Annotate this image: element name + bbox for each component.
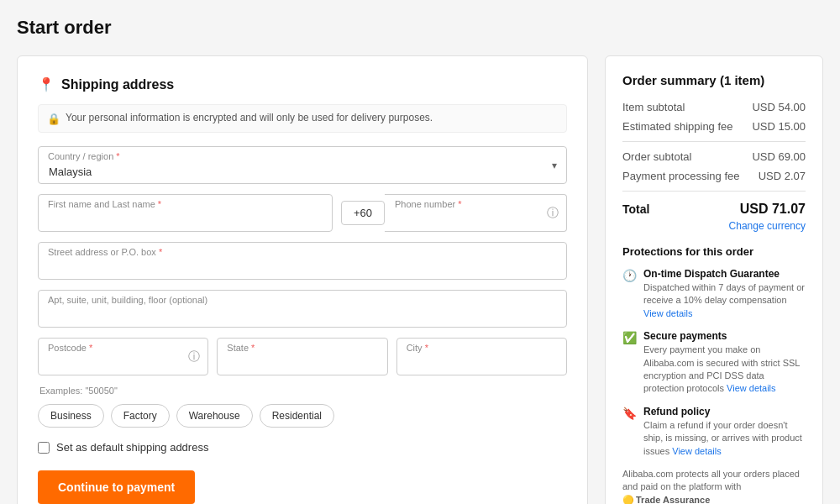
- type-business-btn[interactable]: Business: [38, 404, 104, 428]
- protection-refund-name: Refund policy: [643, 406, 806, 417]
- country-select[interactable]: Country / region * Malaysia ▾: [38, 146, 567, 184]
- protection-dispatch-name: On-time Dispatch Guarantee: [643, 268, 806, 280]
- postcode-help-icon[interactable]: ⓘ: [188, 349, 200, 365]
- street-input[interactable]: [38, 242, 567, 280]
- total-label: Total: [622, 202, 649, 216]
- phone-group: +60 Phone number * ⓘ: [341, 194, 567, 232]
- summary-label-1: Estimated shipping fee: [622, 120, 733, 133]
- phone-field-container: Phone number * ⓘ: [385, 194, 567, 232]
- summary-label-2: Order subtotal: [622, 150, 691, 163]
- secure-view-details[interactable]: View details: [727, 383, 776, 393]
- protection-secure-desc: Every payment you make on Alibaba.com is…: [643, 344, 806, 396]
- summary-label-3: Payment processing fee: [622, 170, 739, 182]
- summary-row-item-subtotal: Item subtotal USD 54.00: [622, 101, 806, 113]
- trade-assurance-badge: 🟡 Trade Assurance: [622, 494, 710, 504]
- trade-note-text: Alibaba.com protects all your orders pla…: [622, 469, 800, 491]
- total-row: Total USD 71.07: [622, 202, 806, 217]
- protection-refund-content: Refund policy Claim a refund if your ord…: [643, 406, 806, 458]
- protection-refund-desc: Claim a refund if your order doesn't shi…: [643, 419, 806, 458]
- state-field-container: State *: [217, 338, 387, 375]
- lock-icon: 🔒: [47, 113, 60, 125]
- apt-field-container: Apt, suite, unit, building, floor (optio…: [38, 290, 567, 328]
- continue-to-payment-button[interactable]: Continue to payment: [38, 470, 195, 504]
- summary-value-1: USD 15.00: [752, 120, 806, 133]
- main-content: 📍 Shipping address 🔒 Your personal infor…: [17, 55, 823, 504]
- order-summary-title: Order summary (1 item): [622, 73, 806, 87]
- phone-input[interactable]: [385, 194, 567, 232]
- street-field-container: Street address or P.O. box *: [38, 242, 567, 280]
- right-panel: Order summary (1 item) Item subtotal USD…: [605, 55, 823, 504]
- protection-refund: 🔖 Refund policy Claim a refund if your o…: [622, 406, 806, 458]
- shipping-section-title: Shipping address: [61, 77, 174, 92]
- protection-secure-content: Secure payments Every payment you make o…: [643, 330, 806, 396]
- trade-badge-text: Trade Assurance: [636, 494, 710, 504]
- type-residential-btn[interactable]: Residential: [260, 404, 334, 428]
- type-warehouse-btn[interactable]: Warehouse: [176, 404, 253, 428]
- summary-value-3: USD 2.07: [759, 170, 806, 182]
- dispatch-view-details[interactable]: View details: [643, 308, 693, 318]
- privacy-text: Your personal information is encrypted a…: [66, 112, 433, 123]
- default-checkbox-label[interactable]: Set as default shipping address: [56, 441, 208, 454]
- page-wrapper: Start order 📍 Shipping address 🔒 Your pe…: [0, 0, 840, 504]
- default-checkbox[interactable]: [38, 442, 50, 454]
- postcode-container: Postcode * ⓘ: [38, 338, 208, 375]
- summary-divider-1: [622, 141, 806, 142]
- summary-value-0: USD 54.00: [752, 101, 806, 113]
- section-header: 📍 Shipping address: [38, 76, 567, 92]
- summary-row-processing: Payment processing fee USD 2.07: [622, 170, 806, 182]
- postcode-input[interactable]: [38, 338, 208, 375]
- protection-dispatch-desc: Dispatched within 7 days of payment or r…: [643, 281, 806, 320]
- summary-rows: Item subtotal USD 54.00 Estimated shippi…: [622, 101, 806, 192]
- chevron-down-icon: ▾: [552, 160, 557, 171]
- privacy-note: 🔒 Your personal information is encrypted…: [38, 104, 567, 133]
- dispatch-icon: 🕐: [622, 269, 637, 320]
- protection-dispatch-content: On-time Dispatch Guarantee Dispatched wi…: [643, 268, 806, 320]
- page-title: Start order: [17, 17, 823, 39]
- country-field-group: Country / region * Malaysia ▾: [38, 146, 567, 184]
- summary-divider-2: [622, 191, 806, 192]
- protection-dispatch: 🕐 On-time Dispatch Guarantee Dispatched …: [622, 268, 806, 320]
- city-field-container: City *: [396, 338, 567, 375]
- summary-label-0: Item subtotal: [622, 101, 685, 113]
- state-input[interactable]: [217, 338, 387, 375]
- apt-input[interactable]: [38, 290, 567, 328]
- help-circle-icon[interactable]: ⓘ: [547, 206, 559, 221]
- postcode-state-city-row: Postcode * ⓘ State * City *: [38, 338, 567, 375]
- street-field-group: Street address or P.O. box *: [38, 242, 567, 280]
- summary-row-order-subtotal: Order subtotal USD 69.00: [622, 150, 806, 163]
- phone-prefix[interactable]: +60: [341, 201, 385, 225]
- left-panel: 📍 Shipping address 🔒 Your personal infor…: [17, 55, 588, 504]
- summary-value-2: USD 69.00: [752, 150, 806, 163]
- shield-icon: ✅: [622, 331, 637, 396]
- protection-secure-name: Secure payments: [643, 330, 806, 342]
- type-factory-btn[interactable]: Factory: [111, 404, 170, 428]
- refund-icon: 🔖: [622, 407, 637, 458]
- name-input[interactable]: [38, 194, 333, 232]
- apt-field-group: Apt, suite, unit, building, floor (optio…: [38, 290, 567, 328]
- total-value: USD 71.07: [740, 202, 806, 217]
- default-checkbox-row: Set as default shipping address: [38, 441, 567, 454]
- postcode-example: Examples: "50050": [39, 386, 567, 396]
- summary-row-shipping: Estimated shipping fee USD 15.00: [622, 120, 806, 133]
- city-input[interactable]: [396, 338, 567, 375]
- name-field-container: First name and Last name *: [38, 194, 333, 232]
- trade-assurance-note: Alibaba.com protects all your orders pla…: [622, 468, 806, 504]
- address-type-row: Business Factory Warehouse Residential: [38, 404, 567, 428]
- change-currency-link[interactable]: Change currency: [622, 220, 806, 232]
- country-label: Country / region *: [48, 151, 120, 161]
- protections-title: Protections for this order: [622, 245, 806, 258]
- location-icon: 📍: [38, 76, 55, 92]
- refund-view-details[interactable]: View details: [672, 446, 722, 456]
- protection-secure: ✅ Secure payments Every payment you make…: [622, 330, 806, 396]
- name-phone-row: First name and Last name * +60 Phone num…: [38, 194, 567, 232]
